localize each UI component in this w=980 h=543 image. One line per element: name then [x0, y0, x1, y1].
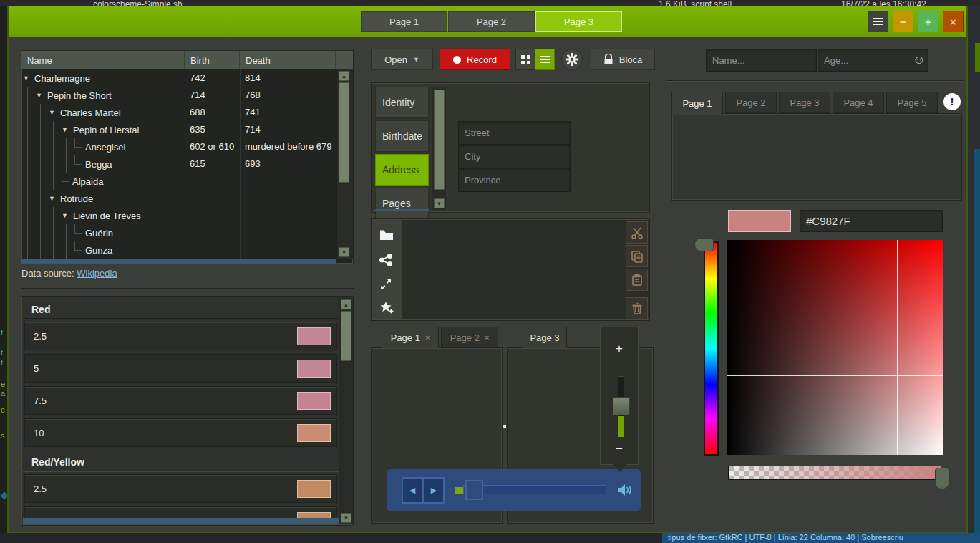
color-list-row[interactable]: 10	[24, 418, 337, 447]
tree-row[interactable]: Begga615693	[21, 155, 336, 173]
volume-slider-handle[interactable]	[613, 397, 630, 415]
expander-icon[interactable]: ▼	[62, 121, 70, 138]
seek-slider-handle[interactable]	[465, 480, 483, 500]
tree-row[interactable]: Ansegisel602 or 610murdered before 679	[21, 138, 336, 155]
form-sidebar-item-identity[interactable]: Identity	[375, 87, 429, 118]
right-tab-page-2[interactable]: Page 2	[725, 92, 777, 113]
family-treeview[interactable]: Name Birth Death ▼Charlemagne742814▼Pepi…	[21, 50, 354, 264]
list-scrollbar-thumb[interactable]	[341, 311, 351, 361]
tree-scrollbar-thumb[interactable]	[339, 82, 349, 183]
right-tab-page-4[interactable]: Page 4	[833, 92, 884, 113]
titlebar-tab-page-1[interactable]: Page 1	[361, 11, 447, 32]
record-button[interactable]: Record	[440, 49, 510, 70]
copy-button[interactable]	[626, 245, 648, 267]
previous-button[interactable]: ◀	[402, 477, 423, 504]
alpha-slider[interactable]	[728, 466, 941, 480]
tree-column-birth[interactable]: Birth	[185, 51, 240, 69]
titlebar-tab-page-2[interactable]: Page 2	[448, 11, 535, 32]
settings-button[interactable]	[561, 49, 583, 70]
tree-row[interactable]: ▼Charlemagne742814	[21, 69, 336, 87]
scroll-up-icon[interactable]: ▲	[339, 71, 349, 81]
expander-icon[interactable]: ▼	[23, 69, 31, 87]
list-view-toggle[interactable]	[535, 49, 555, 70]
paste-button[interactable]	[626, 269, 648, 291]
window-menu-button[interactable]	[868, 11, 888, 32]
titlebar-tab-page-3[interactable]: Page 3	[535, 11, 622, 32]
tree-selected-row-partial[interactable]	[21, 259, 336, 264]
tree-row[interactable]: ▼Pepin the Short714768	[21, 87, 336, 104]
minimize-button[interactable]: −	[893, 11, 913, 32]
tree-scrollbar[interactable]: ▲ ▼	[336, 69, 353, 259]
tab-close-icon[interactable]: ×	[425, 333, 430, 342]
expand-icon[interactable]	[379, 278, 395, 294]
titlebar[interactable]: Page 1Page 2Page 3 − + ×	[9, 6, 966, 37]
picked-color-swatch[interactable]	[728, 210, 791, 232]
scroll-down-icon[interactable]: ▼	[341, 513, 351, 523]
volume-plus-button[interactable]: +	[601, 342, 638, 356]
right-tab-page-3[interactable]: Page 3	[779, 92, 830, 113]
street-input[interactable]	[458, 121, 571, 145]
share-icon[interactable]	[379, 254, 395, 269]
right-tab-page-1[interactable]: Page 1	[671, 92, 723, 115]
tree-row[interactable]: ▼Rotrude	[21, 190, 336, 207]
wikipedia-link[interactable]: Wikipedia	[77, 268, 117, 279]
hex-color-input[interactable]	[800, 210, 943, 232]
right-tab-page-5[interactable]: Page 5	[886, 92, 938, 113]
trash-button[interactable]	[626, 297, 648, 319]
expander-icon[interactable]: ▼	[62, 207, 70, 224]
tree-row[interactable]: Guérin	[21, 224, 336, 241]
color-list-row[interactable]: 2.5	[24, 322, 337, 350]
color-list-row[interactable]: 2.5	[24, 474, 337, 503]
grid-view-toggle[interactable]	[515, 49, 535, 70]
scroll-down-icon[interactable]: ▼	[339, 247, 349, 257]
color-list-row[interactable]: 7.5	[24, 386, 337, 415]
form-scrollbar-thumb[interactable]	[434, 90, 445, 190]
close-button[interactable]: ×	[943, 11, 964, 32]
tab-page-3[interactable]: Page 3	[523, 327, 567, 348]
tab-page-2[interactable]: Page 2×	[441, 327, 498, 348]
tree-column-death[interactable]: Death	[240, 51, 336, 69]
scroll-down-icon[interactable]: ▼	[434, 198, 445, 208]
tree-column-name[interactable]: Name	[21, 51, 185, 69]
tree-header[interactable]: Name Birth Death	[21, 51, 353, 69]
tab-page-1[interactable]: Page 1×	[382, 327, 439, 348]
warning-badge-icon[interactable]: !	[943, 93, 961, 110]
volume-minus-button[interactable]: −	[601, 442, 638, 456]
expander-icon[interactable]: ▼	[49, 190, 57, 207]
list-selected-row-partial[interactable]	[23, 518, 339, 524]
scroll-up-icon[interactable]: ▲	[341, 299, 351, 309]
tree-row[interactable]: ▼Liévin de Trèves	[21, 207, 336, 224]
expander-icon[interactable]: ▼	[36, 87, 44, 104]
name-input[interactable]	[706, 49, 817, 72]
hue-slider[interactable]	[704, 241, 719, 456]
form-sidebar-item-address[interactable]: Address	[375, 154, 429, 186]
hue-slider-handle[interactable]	[694, 238, 714, 251]
form-sidebar-item-pages[interactable]: Pages	[375, 188, 429, 219]
city-input[interactable]	[458, 145, 571, 168]
tree-row[interactable]: Alpaida	[21, 173, 336, 190]
expander-icon[interactable]: ▼	[49, 104, 57, 121]
saturation-value-square[interactable]	[727, 240, 943, 455]
next-button[interactable]: ▶	[423, 477, 445, 504]
volume-speaker-icon[interactable]	[616, 481, 633, 499]
lock-button[interactable]: Bloca	[591, 49, 655, 70]
tab-close-icon[interactable]: ×	[485, 333, 489, 342]
star-new-icon[interactable]	[379, 301, 395, 317]
province-input[interactable]	[458, 168, 571, 192]
color-list-row[interactable]: 5	[24, 354, 337, 383]
seek-slider-trough[interactable]	[463, 485, 606, 494]
form-sidebar-item-birthdate[interactable]: Birthdate	[375, 120, 429, 152]
open-button[interactable]: Open ▼	[371, 49, 433, 70]
cut-button[interactable]	[626, 221, 648, 244]
form-scrollbar[interactable]: ▼	[432, 87, 446, 210]
tree-row[interactable]: ▼Charles Martel688741	[21, 104, 336, 121]
pane-splitter-handle[interactable]	[503, 425, 506, 428]
folder-icon[interactable]	[379, 229, 395, 245]
tree-row[interactable]: Gunza	[21, 241, 336, 259]
list-scrollbar[interactable]: ▲ ▼	[339, 298, 353, 524]
color-scale-list[interactable]: Red2.557.510Red/Yellow2.55 ▲ ▼	[21, 296, 354, 526]
maximize-button[interactable]: +	[918, 11, 938, 32]
alpha-slider-handle[interactable]	[935, 468, 949, 489]
tree-row[interactable]: ▼Pepin of Herstal635714	[21, 121, 336, 138]
smiley-icon[interactable]: ☺	[912, 53, 926, 67]
